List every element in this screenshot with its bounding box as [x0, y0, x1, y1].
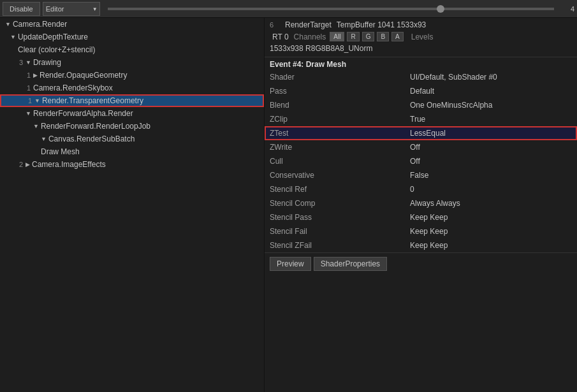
- tree-item-label-render-forward-alpha: RenderForwardAlpha.Render: [33, 109, 133, 118]
- prop-value-6: Off: [405, 154, 577, 168]
- tree-item-render-transparent[interactable]: 1▼ Render.TransparentGeometry: [0, 94, 264, 107]
- tree-item-arrow-update-depth: ▼: [10, 34, 16, 40]
- prop-value-7: False: [405, 168, 577, 182]
- tree-item-num-drawing: 3: [10, 59, 23, 66]
- tree-item-num-camera-image-effects: 2: [10, 161, 23, 168]
- tree-item-arrow-render-forward-alpha: ▼: [26, 110, 31, 117]
- prop-row-3: ZClipTrue: [265, 112, 577, 126]
- prop-label-5: ZWrite: [265, 140, 405, 154]
- channel-b-btn[interactable]: B: [377, 32, 389, 41]
- tree-item-label-render-opaque: Render.OpaqueGeometry: [40, 71, 127, 80]
- channel-g-btn[interactable]: G: [362, 32, 375, 41]
- channel-all-btn[interactable]: All: [330, 32, 344, 41]
- prop-value-1: Default: [405, 84, 577, 98]
- rt0-label: RT 0: [272, 33, 289, 41]
- bottom-bar: PreviewShaderProperties: [265, 252, 577, 275]
- tree-item-render-forward-loop[interactable]: ▼ RenderForward.RenderLoopJob: [0, 120, 264, 133]
- editor-select-wrapper: Editor: [43, 2, 100, 16]
- channel-a-btn[interactable]: A: [391, 32, 404, 41]
- tree-item-arrow-render-forward-loop: ▼: [33, 123, 39, 129]
- tree-item-draw-mesh[interactable]: Draw Mesh: [0, 145, 264, 158]
- frame-slider[interactable]: [108, 8, 554, 10]
- prop-label-10: Stencil Pass: [265, 210, 405, 224]
- tree-item-arrow-drawing: ▼: [26, 59, 31, 66]
- tree-item-update-depth[interactable]: ▼ UpdateDepthTexture: [0, 31, 264, 43]
- resolution-label: 1533x938 R8G8B8A8_UNorm: [270, 41, 572, 54]
- shader-props-btn[interactable]: ShaderProperties: [314, 257, 387, 271]
- render-target-value: TempBuffer 1041 1533x93: [337, 20, 427, 29]
- right-panel: 6 RenderTarget TempBuffer 1041 1533x93 R…: [265, 18, 577, 392]
- tree-item-arrow-camera-render: ▼: [5, 21, 11, 27]
- rt-num: 6: [270, 21, 280, 29]
- prop-label-2: Blend: [265, 98, 405, 112]
- prop-label-3: ZClip: [265, 112, 405, 126]
- tree-item-camera-render[interactable]: ▼ Camera.Render: [0, 18, 264, 31]
- tree-item-camera-image-effects[interactable]: 2▶ Camera.ImageEffects: [0, 158, 264, 171]
- prop-row-0: ShaderUI/Default, SubShader #0: [265, 70, 577, 84]
- channel-r-btn[interactable]: R: [347, 32, 359, 41]
- tree-item-label-camera-image-effects: Camera.ImageEffects: [32, 160, 106, 169]
- tree-item-label-draw-mesh: Draw Mesh: [41, 147, 80, 156]
- prop-value-3: True: [405, 112, 577, 126]
- tree-item-arrow-render-transparent: ▼: [34, 98, 40, 104]
- prop-label-9: Stencil Comp: [265, 196, 405, 210]
- prop-row-4: ZTestLessEqual: [265, 126, 577, 140]
- tree-item-label-update-depth: UpdateDepthTexture: [18, 33, 88, 41]
- tree-item-arrow-camera-image-effects: ▶: [26, 161, 30, 168]
- tree-item-camera-skybox[interactable]: 1Camera.RenderSkybox: [0, 82, 264, 94]
- tree-item-render-opaque[interactable]: 1▶ Render.OpaqueGeometry: [0, 69, 264, 82]
- toolbar: Disable Editor 4: [0, 0, 577, 18]
- tree-item-clear[interactable]: Clear (color+Z+stencil): [0, 43, 264, 56]
- tree-item-label-clear: Clear (color+Z+stencil): [18, 45, 95, 54]
- prop-row-10: Stencil PassKeep Keep: [265, 210, 577, 224]
- rp-header: 6 RenderTarget TempBuffer 1041 1533x93 R…: [265, 18, 577, 57]
- prop-label-0: Shader: [265, 70, 405, 84]
- prop-value-11: Keep Keep: [405, 224, 577, 238]
- slider-wrapper: [108, 8, 554, 10]
- prop-label-11: Stencil Fail: [265, 224, 405, 238]
- tree-item-arrow-canvas-render-sub: ▼: [41, 136, 47, 142]
- prop-row-9: Stencil CompAlways Always: [265, 196, 577, 210]
- prop-label-7: Conservative: [265, 168, 405, 182]
- tree-item-label-canvas-render-sub: Canvas.RenderSubBatch: [48, 134, 135, 143]
- tree-item-label-camera-render: Camera.Render: [13, 20, 67, 29]
- prop-row-11: Stencil FailKeep Keep: [265, 224, 577, 238]
- disable-button[interactable]: Disable: [3, 2, 40, 16]
- main-content: ▼ Camera.Render▼ UpdateDepthTextureClear…: [0, 18, 577, 392]
- tree-item-canvas-render-sub[interactable]: ▼ Canvas.RenderSubBatch: [0, 133, 264, 145]
- prop-value-4: LessEqual: [405, 126, 577, 140]
- tree-item-drawing[interactable]: 3▼ Drawing: [0, 56, 264, 69]
- levels-label: Levels: [411, 33, 434, 41]
- prop-value-12: Keep Keep: [405, 238, 577, 252]
- editor-select[interactable]: Editor: [43, 2, 100, 16]
- prop-row-1: PassDefault: [265, 84, 577, 98]
- tree-item-label-camera-skybox: Camera.RenderSkybox: [33, 83, 113, 92]
- prop-row-2: BlendOne OneMinusSrcAlpha: [265, 98, 577, 112]
- prop-value-8: 0: [405, 182, 577, 196]
- prop-value-10: Keep Keep: [405, 210, 577, 224]
- prop-row-5: ZWriteOff: [265, 140, 577, 154]
- tree-item-render-forward-alpha[interactable]: ▼ RenderForwardAlpha.Render: [0, 107, 264, 120]
- prop-value-9: Always Always: [405, 196, 577, 210]
- prop-value-5: Off: [405, 140, 577, 154]
- preview-btn[interactable]: Preview: [270, 257, 311, 271]
- prop-value-2: One OneMinusSrcAlpha: [405, 98, 577, 112]
- prop-value-0: UI/Default, SubShader #0: [405, 70, 577, 84]
- tree-item-label-render-transparent: Render.TransparentGeometry: [42, 96, 143, 105]
- tree-item-arrow-render-opaque: ▶: [33, 72, 38, 78]
- tree-item-label-drawing: Drawing: [33, 58, 61, 67]
- prop-label-8: Stencil Ref: [265, 182, 405, 196]
- prop-label-4: ZTest: [265, 126, 405, 140]
- prop-label-12: Stencil ZFail: [265, 238, 405, 252]
- tree-item-num-render-transparent: 1: [19, 97, 32, 105]
- event-header: Event #4: Draw Mesh: [265, 57, 577, 70]
- prop-row-12: Stencil ZFailKeep Keep: [265, 238, 577, 252]
- channels-label: Channels: [294, 33, 326, 41]
- prop-label-1: Pass: [265, 84, 405, 98]
- left-panel: ▼ Camera.Render▼ UpdateDepthTextureClear…: [0, 18, 265, 392]
- rp-header-row1: 6 RenderTarget TempBuffer 1041 1533x93: [270, 20, 572, 29]
- render-target-label: RenderTarget: [285, 20, 332, 29]
- channels-bar: RT 0 Channels All R G B A Levels: [272, 32, 572, 41]
- tree-item-num-render-opaque: 1: [18, 71, 31, 79]
- prop-row-6: CullOff: [265, 154, 577, 168]
